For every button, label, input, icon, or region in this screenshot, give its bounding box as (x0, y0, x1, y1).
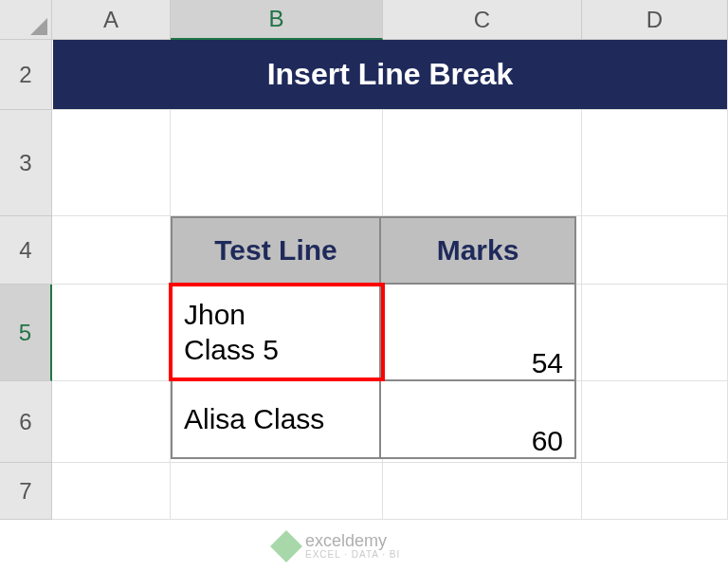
row-header-3[interactable]: 3 (0, 110, 52, 216)
cell-C3[interactable] (383, 110, 582, 216)
table-row: Jhon Class 5 54 (172, 284, 575, 380)
data-table: Test Line Marks Jhon Class 5 54 Alisa Cl… (171, 216, 576, 459)
cell-D6[interactable] (582, 381, 728, 463)
cell-D5[interactable] (582, 285, 728, 381)
cell-A3[interactable] (52, 110, 171, 216)
cell-C7[interactable] (383, 463, 582, 520)
header-marks[interactable]: Marks (380, 217, 575, 284)
row-header-6[interactable]: 6 (0, 381, 52, 463)
row-3: 3 (0, 110, 728, 216)
cell-marks-2[interactable]: 60 (380, 380, 575, 458)
header-test-line[interactable]: Test Line (172, 217, 380, 284)
row-header-4[interactable]: 4 (0, 216, 52, 285)
col-header-D[interactable]: D (582, 0, 728, 40)
cell-A6[interactable] (52, 381, 171, 463)
select-all-corner[interactable] (0, 0, 52, 40)
watermark: exceldemy EXCEL · DATA · BI (275, 532, 400, 560)
cell-testline-1[interactable]: Jhon Class 5 (172, 284, 380, 380)
cell-marks-1[interactable]: 54 (380, 284, 575, 380)
table-header-row: Test Line Marks (172, 217, 575, 284)
col-header-A[interactable]: A (52, 0, 171, 40)
title-merged-cell[interactable]: Insert Line Break (53, 40, 727, 109)
cell-A7[interactable] (52, 463, 171, 520)
cell-D7[interactable] (582, 463, 728, 520)
table-row: Alisa Class 60 (172, 380, 575, 458)
cell-A4[interactable] (52, 216, 171, 285)
watermark-tagline: EXCEL · DATA · BI (305, 549, 400, 560)
cell-A5[interactable] (52, 285, 171, 381)
cell-D4[interactable] (582, 216, 728, 285)
col-header-B[interactable]: B (171, 0, 383, 40)
row-7: 7 (0, 463, 728, 520)
watermark-text: exceldemy EXCEL · DATA · BI (305, 532, 400, 560)
row-header-5[interactable]: 5 (0, 285, 52, 381)
cell-D3[interactable] (582, 110, 728, 216)
cell-B3[interactable] (171, 110, 383, 216)
column-headers: A B C D (0, 0, 728, 40)
cell-testline-2[interactable]: Alisa Class (172, 380, 380, 458)
row-header-2[interactable]: 2 (0, 40, 52, 110)
watermark-name: exceldemy (305, 532, 400, 549)
col-header-C[interactable]: C (383, 0, 582, 40)
watermark-logo-icon (270, 530, 302, 562)
row-header-7[interactable]: 7 (0, 463, 52, 520)
cell-B7[interactable] (171, 463, 383, 520)
